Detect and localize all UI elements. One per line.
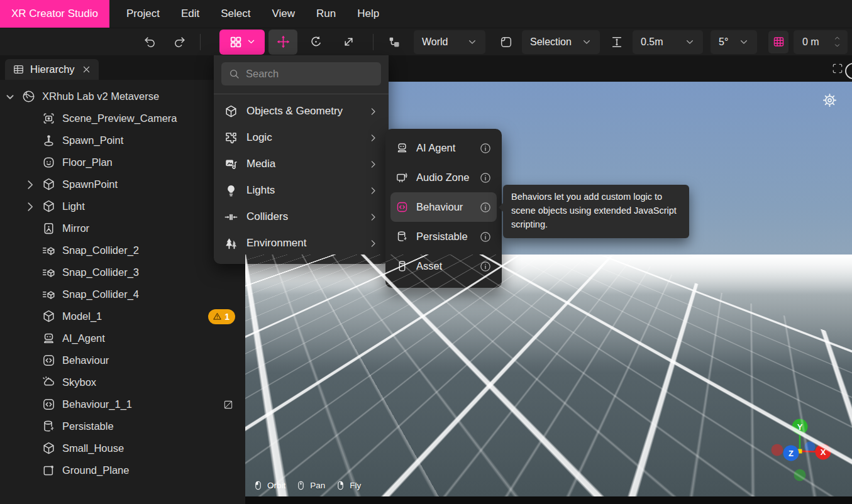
world-space-dropdown[interactable]: World (414, 30, 485, 54)
mouse-middle-icon (296, 478, 306, 493)
vertical-extent-icon (610, 35, 624, 49)
twisty-spacer (23, 134, 37, 148)
chevron-right-icon (368, 159, 379, 170)
tree-row-small_house[interactable]: Small_House (0, 437, 245, 459)
move-snap-dropdown[interactable]: 0.5m (633, 30, 703, 54)
panel-tabstrip: Hierarchy (0, 55, 245, 80)
vertical-extent-button[interactable] (606, 31, 628, 53)
search-input[interactable] (246, 68, 374, 80)
tree-row-snap_collider_2[interactable]: Snap_Collider_2 (0, 239, 245, 261)
tree-row-root[interactable]: XRhub Lab v2 Metaverse (0, 85, 245, 107)
transform-space-button[interactable] (384, 31, 405, 53)
warning-badge[interactable]: 1 (208, 309, 235, 324)
toolbar-divider (373, 34, 373, 50)
plane-icon (41, 463, 56, 478)
twisty-spacer (23, 156, 37, 170)
camera-icon (41, 111, 56, 126)
info-icon[interactable] (479, 172, 492, 184)
tree-item-label: Snap_Collider_2 (62, 244, 139, 256)
chevron-down-icon (833, 42, 841, 49)
elevation-stepper[interactable]: 0 m (794, 30, 848, 54)
submenu-item-behaviour[interactable]: Behaviour (390, 192, 497, 222)
chevron-down-icon (739, 37, 749, 47)
chevron-right-icon[interactable] (23, 178, 37, 192)
menu-item-lights[interactable]: Lights (214, 177, 389, 204)
tree-row-mirror[interactable]: Mirror (0, 217, 245, 239)
frame-select-button[interactable] (495, 31, 517, 53)
tree-row-ground_plane[interactable]: Ground_Plane (0, 459, 245, 481)
menubar-item-run[interactable]: Run (306, 0, 346, 28)
info-icon[interactable] (479, 231, 492, 243)
menubar-item-view[interactable]: View (261, 0, 306, 28)
info-icon[interactable] (479, 142, 492, 155)
menu-item-colliders[interactable]: Colliders (214, 204, 389, 230)
tree-row-spawn_point[interactable]: Spawn_Point (0, 129, 245, 151)
colliders-icon (224, 210, 238, 224)
info-icon[interactable] (479, 260, 492, 273)
snap-grid-toggle[interactable] (768, 31, 788, 53)
tree-row-floor_plan[interactable]: Floor_Plan (0, 151, 245, 173)
rotate-tool-button[interactable] (301, 30, 330, 55)
redo-button[interactable] (169, 31, 190, 53)
submenu-item-audio-zone[interactable]: Audio Zone (390, 163, 497, 192)
search-box[interactable] (221, 62, 381, 85)
submenu-item-ai-agent[interactable]: AI Agent (390, 133, 497, 163)
tree-row-skybox[interactable]: Skybox (0, 371, 245, 393)
chevron-down-icon[interactable] (3, 90, 17, 104)
tree-row-scene_preview_camera[interactable]: Scene_Preview_Camera (0, 107, 245, 129)
tree-row-behaviour[interactable]: Behaviour (0, 349, 245, 371)
chevron-right-icon[interactable] (23, 200, 37, 214)
menu-item-environment[interactable]: Environment (214, 230, 389, 256)
menu-item-label: Media (246, 158, 368, 170)
pivot-dropdown[interactable]: Selection (522, 30, 600, 54)
axis-gizmo[interactable]: YXZ (768, 414, 838, 483)
stepper-arrows[interactable] (833, 35, 841, 49)
menubar-item-edit[interactable]: Edit (170, 0, 210, 28)
tree-item-label: SpawnPoint (62, 178, 118, 190)
menubar-item-help[interactable]: Help (346, 0, 390, 28)
tree-item-label: Skybox (62, 376, 96, 388)
tree-row-model_1[interactable]: Model_11 (0, 305, 245, 327)
menu-item-objects-geometry[interactable]: Objects & Geometry (214, 98, 389, 124)
undo-button[interactable] (140, 31, 161, 53)
tree-row-snap_collider_3[interactable]: Snap_Collider_3 (0, 261, 245, 283)
close-tab-icon[interactable] (82, 65, 91, 74)
submenu-item-label: Asset (416, 260, 479, 272)
viewport-settings-gear-icon[interactable] (821, 92, 838, 109)
submenu-item-label: Persistable (416, 231, 479, 243)
account-avatar[interactable] (843, 61, 852, 81)
info-icon[interactable] (479, 201, 492, 214)
move-tool-button[interactable] (268, 30, 297, 55)
tree-row-spawnpoint[interactable]: SpawnPoint (0, 173, 245, 195)
tree-row-behaviour_1_1[interactable]: Behaviour_1_1 (0, 393, 245, 415)
chevron-down-icon (246, 37, 256, 47)
tree-row-persistable[interactable]: Persistable (0, 415, 245, 437)
submenu-item-persistable[interactable]: Persistable (390, 222, 497, 251)
menubar-item-select[interactable]: Select (210, 0, 261, 28)
hierarchy-tree: XRhub Lab v2 Metaverse Scene_Preview_Cam… (0, 80, 245, 481)
twisty-spacer (23, 288, 37, 302)
tree-item-label: Small_House (62, 442, 124, 454)
submenu-item-asset[interactable]: Asset (390, 251, 497, 281)
hierarchy-tab-label: Hierarchy (30, 63, 75, 75)
tree-row-ai_agent[interactable]: AI_Agent (0, 327, 245, 349)
frame-select-icon (499, 35, 513, 49)
tree-item-label: Ground_Plane (62, 464, 129, 476)
tree-row-light[interactable]: Light (0, 195, 245, 217)
hidden-icon[interactable] (223, 399, 234, 410)
menu-item-logic[interactable]: Logic (214, 124, 389, 151)
warning-icon (213, 312, 222, 321)
tree-item-label: Mirror (62, 222, 89, 234)
menu-item-media[interactable]: Media (214, 151, 389, 177)
hierarchy-tab[interactable]: Hierarchy (5, 59, 99, 80)
menubar-item-project[interactable]: Project (116, 0, 170, 28)
app-title[interactable]: XR Creator Studio (0, 0, 109, 28)
skybox-icon (41, 375, 56, 390)
rotate-snap-dropdown[interactable]: 5° (711, 30, 757, 54)
scale-tool-button[interactable] (334, 30, 363, 55)
snap-collider-icon (41, 243, 56, 258)
add-object-button[interactable] (219, 30, 265, 55)
tree-row-snap_collider_4[interactable]: Snap_Collider_4 (0, 283, 245, 305)
pivot-value: Selection (530, 36, 572, 48)
fullscreen-icon[interactable] (831, 62, 844, 75)
